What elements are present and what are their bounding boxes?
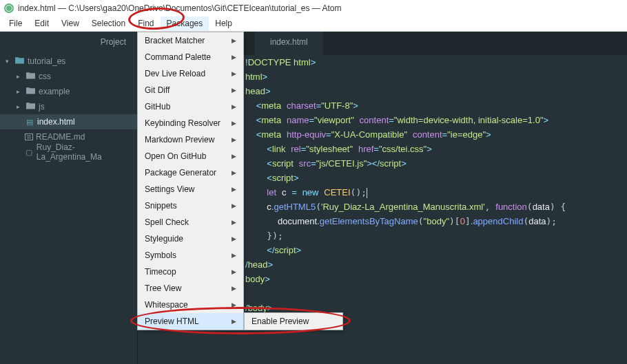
chevron-right-icon: ▶ xyxy=(232,318,236,325)
pkg-spell-check[interactable]: Spell Check▶ xyxy=(138,214,243,231)
chevron-right-icon: ▶ xyxy=(232,153,236,160)
menu-edit[interactable]: Edit xyxy=(28,17,55,31)
tree-label: Ruy_Diaz-La_Argentina_Ma xyxy=(37,142,137,162)
html-file-icon: ▤ xyxy=(25,118,34,127)
pkg-whitespace[interactable]: Whitespace▶ xyxy=(138,297,243,313)
chevron-right-icon: ▸ xyxy=(17,73,23,80)
chevron-right-icon: ▶ xyxy=(232,301,236,308)
pkg-git-diff[interactable]: Git Diff▶ xyxy=(138,82,243,98)
tree-folder-css[interactable]: ▸ css xyxy=(0,69,137,84)
readme-file-icon xyxy=(25,133,33,140)
chevron-right-icon: ▸ xyxy=(17,88,23,95)
chevron-right-icon: ▶ xyxy=(232,186,236,193)
preview-html-submenu: Enable Preview xyxy=(244,312,343,330)
window-title: index.html — C:\Users\gaa20\OneDrive\Doc… xyxy=(18,3,342,13)
folder-icon xyxy=(26,102,36,111)
project-header: Project xyxy=(0,32,137,54)
file-tree: ▾ tutorial_es ▸ css ▸ example ▸ js xyxy=(0,54,137,160)
tree-file-xml[interactable]: ▢ Ruy_Diaz-La_Argentina_Ma xyxy=(0,144,137,160)
menu-help[interactable]: Help xyxy=(209,17,238,31)
chevron-right-icon: ▶ xyxy=(232,136,236,143)
tree-folder-example[interactable]: ▸ example xyxy=(0,84,137,99)
chevron-right-icon: ▶ xyxy=(232,120,236,127)
enable-preview[interactable]: Enable Preview xyxy=(245,313,342,330)
pkg-timecop[interactable]: Timecop▶ xyxy=(138,264,243,280)
menubar: File Edit View Selection Find Packages H… xyxy=(0,17,627,32)
pkg-keybinding-resolver[interactable]: Keybinding Resolver▶ xyxy=(138,115,243,131)
chevron-right-icon: ▸ xyxy=(17,103,23,110)
file-icon: ▢ xyxy=(24,148,34,157)
folder-icon xyxy=(26,87,36,96)
tree-label: example xyxy=(39,87,70,96)
titlebar: index.html — C:\Users\gaa20\OneDrive\Doc… xyxy=(0,0,627,17)
chevron-right-icon: ▶ xyxy=(232,37,236,44)
pkg-preview-html[interactable]: Preview HTML▶ xyxy=(138,313,243,330)
atom-logo-icon xyxy=(4,3,14,13)
chevron-right-icon: ▶ xyxy=(232,169,236,176)
chevron-right-icon: ▶ xyxy=(232,103,236,110)
chevron-down-icon: ▾ xyxy=(6,58,12,65)
tree-folder-js[interactable]: ▸ js xyxy=(0,99,137,114)
chevron-right-icon: ▶ xyxy=(232,252,236,259)
folder-icon xyxy=(15,56,25,66)
pkg-snippets[interactable]: Snippets▶ xyxy=(138,197,243,214)
pkg-bracket-matcher[interactable]: Bracket Matcher▶ xyxy=(138,32,243,49)
chevron-right-icon: ▶ xyxy=(232,54,236,61)
chevron-right-icon: ▶ xyxy=(232,219,236,226)
tree-root[interactable]: ▾ tutorial_es xyxy=(0,54,137,69)
pkg-package-generator[interactable]: Package Generator▶ xyxy=(138,164,243,181)
pkg-open-on-github[interactable]: Open On GitHub▶ xyxy=(138,148,243,164)
chevron-right-icon: ▶ xyxy=(232,70,236,77)
tree-label: README.md xyxy=(36,132,85,142)
chevron-right-icon: ▶ xyxy=(232,235,236,242)
pkg-settings-view[interactable]: Settings View▶ xyxy=(138,181,243,197)
tree-label: js xyxy=(39,102,45,111)
chevron-right-icon: ▶ xyxy=(232,87,236,94)
tab-index[interactable]: index.html xyxy=(255,32,323,55)
pkg-styleguide[interactable]: Styleguide▶ xyxy=(138,231,243,247)
pkg-command-palette[interactable]: Command Palette▶ xyxy=(138,49,243,65)
project-panel: Project ▾ tutorial_es ▸ css ▸ example xyxy=(0,32,138,364)
pkg-tree-view[interactable]: Tree View▶ xyxy=(138,280,243,297)
menu-file[interactable]: File xyxy=(3,17,28,31)
menu-packages[interactable]: Packages xyxy=(161,17,209,31)
chevron-right-icon: ▶ xyxy=(232,268,236,275)
pkg-github[interactable]: GitHub▶ xyxy=(138,98,243,115)
packages-dropdown: Bracket Matcher▶ Command Palette▶ Dev Li… xyxy=(137,32,244,330)
menu-selection[interactable]: Selection xyxy=(85,17,132,31)
pkg-dev-live-reload[interactable]: Dev Live Reload▶ xyxy=(138,65,243,82)
tree-file-index[interactable]: ▤ index.html xyxy=(0,114,137,129)
chevron-right-icon: ▶ xyxy=(232,202,236,209)
menu-view[interactable]: View xyxy=(55,17,85,31)
folder-icon xyxy=(26,72,36,81)
tree-label: index.html xyxy=(37,117,75,127)
pkg-markdown-preview[interactable]: Markdown Preview▶ xyxy=(138,131,243,148)
menu-find[interactable]: Find xyxy=(132,17,160,31)
tree-label: tutorial_es xyxy=(28,56,65,66)
tree-label: css xyxy=(39,72,51,81)
chevron-right-icon: ▶ xyxy=(232,285,236,292)
pkg-symbols[interactable]: Symbols▶ xyxy=(138,247,243,264)
